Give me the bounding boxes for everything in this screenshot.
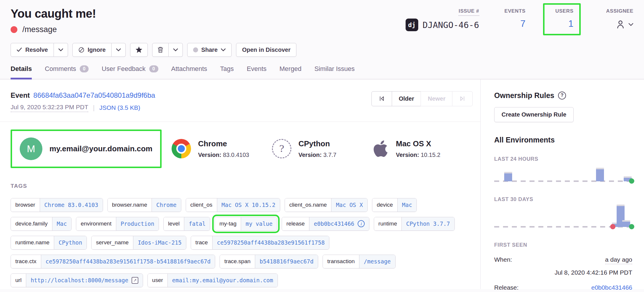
last-30-days-chart (494, 204, 632, 230)
tag-pill-browser[interactable]: browserChrome 83.0.4103 (11, 198, 103, 212)
check-icon (16, 47, 22, 52)
tag-value[interactable]: Mac OS X 10.15.2 (217, 198, 280, 212)
tag-key: my-tag (215, 217, 241, 230)
tag-value[interactable]: Mac (397, 198, 416, 212)
chevron-down-icon (628, 23, 633, 26)
tag-value[interactable]: my value (241, 217, 277, 230)
ignore-button[interactable]: Ignore (72, 43, 112, 57)
tab-merged[interactable]: Merged (280, 65, 302, 79)
create-ownership-rule-button[interactable]: Create Ownership Rule (494, 107, 574, 122)
star-icon (135, 47, 142, 53)
chrome-icon (172, 139, 191, 158)
tag-pill-client_os[interactable]: client_osMac OS X 10.15.2 (186, 198, 280, 212)
tag-value[interactable]: Chrome 83.0.4103 (40, 198, 103, 212)
tag-pill-user[interactable]: useremail:my.email@your.domain.com (147, 273, 278, 287)
events-count-link[interactable]: 7 (520, 19, 525, 29)
external-link-icon[interactable]: ↗ (132, 277, 138, 284)
tag-pill-runtime[interactable]: runtimeCPython 3.7.7 (374, 217, 455, 231)
release-link[interactable]: e0b0bc431466 (591, 284, 632, 291)
issue-actions: Resolve Ignore (11, 43, 633, 57)
tag-value[interactable]: email:my.email@your.domain.com (167, 274, 278, 287)
tab-attachments[interactable]: Attachments (171, 65, 207, 79)
circle-slash-icon (78, 47, 84, 53)
tag-pill-level[interactable]: levelfatal (163, 217, 210, 231)
newest-event-button[interactable] (452, 91, 473, 106)
ignore-dropdown-button[interactable] (112, 43, 126, 57)
issue-stats: ISSUE # dj DJANGO-46-6 EVENTS 7 USERS 1 … (380, 7, 633, 35)
share-status-dot (193, 47, 198, 52)
delete-dropdown-button[interactable] (169, 43, 183, 57)
event-json-link[interactable]: JSON (3.5 KB) (99, 104, 140, 111)
tag-pill-server_name[interactable]: server_nameIdos-iMac-215 (91, 236, 186, 250)
tag-key: level (164, 217, 184, 230)
issue-short-id[interactable]: DJANGO-46-6 (423, 20, 479, 30)
ownership-rules-title: Ownership Rules (494, 91, 554, 100)
info-icon[interactable]: i (358, 220, 365, 227)
resolve-dropdown-button[interactable] (54, 43, 68, 57)
tag-pill-url[interactable]: urlhttp://localhost:8000/message↗ (11, 273, 143, 287)
issue-title-block: You caught me! /message (11, 7, 96, 34)
tag-value[interactable]: /message (359, 255, 395, 268)
tag-pill-environment[interactable]: environmentProduction (76, 217, 159, 231)
tag-value[interactable]: CPython 3.7.7 (401, 217, 454, 230)
newer-event-button[interactable]: Newer (421, 91, 452, 106)
tag-value[interactable]: Mac OS X (331, 198, 367, 212)
help-question-icon[interactable]: ? (558, 92, 566, 99)
tag-value[interactable]: http://localhost:8000/message↗ (26, 274, 143, 287)
chart-bar (596, 168, 604, 181)
tag-pill-device[interactable]: deviceMac (372, 198, 417, 212)
bookmark-star-button[interactable] (130, 43, 148, 57)
older-event-button[interactable]: Older (392, 91, 421, 106)
tag-key: trace.ctx (11, 255, 41, 268)
tag-pill-runtime.name[interactable]: runtime.nameCPython (11, 236, 87, 250)
tag-value[interactable]: CPython (54, 236, 87, 249)
user-context-card-highlighted[interactable]: M my.email@your.domain.com (11, 130, 162, 168)
os-name: Mac OS X (396, 139, 440, 148)
tag-value[interactable]: Mac (52, 217, 71, 230)
tab-tags[interactable]: Tags (220, 65, 234, 79)
tag-value[interactable]: Chrome (152, 198, 181, 212)
resolve-button[interactable]: Resolve (11, 43, 54, 57)
tag-value[interactable]: ce5978250aff4438ba283e91561f1758 (212, 236, 329, 249)
tab-events[interactable]: Events (247, 65, 266, 79)
users-count-link[interactable]: 1 (568, 19, 573, 29)
os-version: 10.15.2 (421, 152, 440, 158)
tag-value[interactable]: b5418816f9aec67d (255, 255, 318, 268)
tag-pill-release[interactable]: releasee0b0bc431466i (282, 217, 369, 231)
tag-value[interactable]: ce5978250aff4438ba283e91561f1758-b541881… (41, 255, 215, 268)
tag-pill-my-tag[interactable]: my-tagmy value (215, 217, 277, 231)
tag-pill-trace.ctx[interactable]: trace.ctxce5978250aff4438ba283e91561f175… (11, 255, 215, 268)
event-title-block: Event86684fa63aa047e7a0540801a9d9f6ba Ju… (11, 91, 155, 112)
event-date: Jul 9, 2020 5:32:23 PM PDT (11, 104, 88, 112)
tag-pill-device.family[interactable]: device.familyMac (11, 217, 72, 231)
tag-pill-trace.span[interactable]: trace.spanb5418816f9aec67d (220, 255, 318, 268)
tag-key: server_name (92, 236, 133, 249)
tag-key: runtime (374, 217, 401, 230)
tag-value[interactable]: Production (116, 217, 159, 230)
tab-comments[interactable]: Comments0 (45, 65, 89, 79)
share-button[interactable]: Share (187, 43, 232, 57)
tag-pill-client_os.name[interactable]: client_os.nameMac OS X (285, 198, 368, 212)
tag-pill-transaction[interactable]: transaction/message (323, 255, 395, 268)
tag-value[interactable]: e0b0bc431466i (309, 217, 369, 230)
tag-key: user (148, 274, 167, 287)
tag-pill-trace[interactable]: tracece5978250aff4438ba283e91561f1758 (191, 236, 329, 250)
event-id-link[interactable]: 86684fa63aa047e7a0540801a9d9f6ba (33, 91, 155, 99)
tab-details[interactable]: Details (11, 65, 32, 79)
tab-user-feedback[interactable]: User Feedback0 (102, 65, 158, 79)
tag-key: device.family (11, 217, 52, 230)
runtime-name: CPython (298, 139, 336, 148)
open-in-discover-button[interactable]: Open in Discover (236, 43, 296, 57)
tag-key: device (372, 198, 397, 212)
assignee-dropdown[interactable] (615, 19, 633, 30)
user-email: my.email@your.domain.com (49, 144, 152, 153)
stat-assignee: ASSIGNEE (606, 8, 633, 30)
oldest-event-button[interactable] (371, 91, 392, 106)
runtime-version: 3.7.7 (323, 152, 336, 158)
event-details-panel: Event86684fa63aa047e7a0540801a9d9f6ba Ju… (0, 79, 480, 289)
tag-pill-browser.name[interactable]: browser.nameChrome (107, 198, 181, 212)
tag-value[interactable]: fatal (184, 217, 210, 230)
delete-button[interactable] (152, 43, 169, 57)
tab-similar-issues[interactable]: Similar Issues (314, 65, 355, 79)
tag-value[interactable]: Idos-iMac-215 (133, 236, 186, 249)
